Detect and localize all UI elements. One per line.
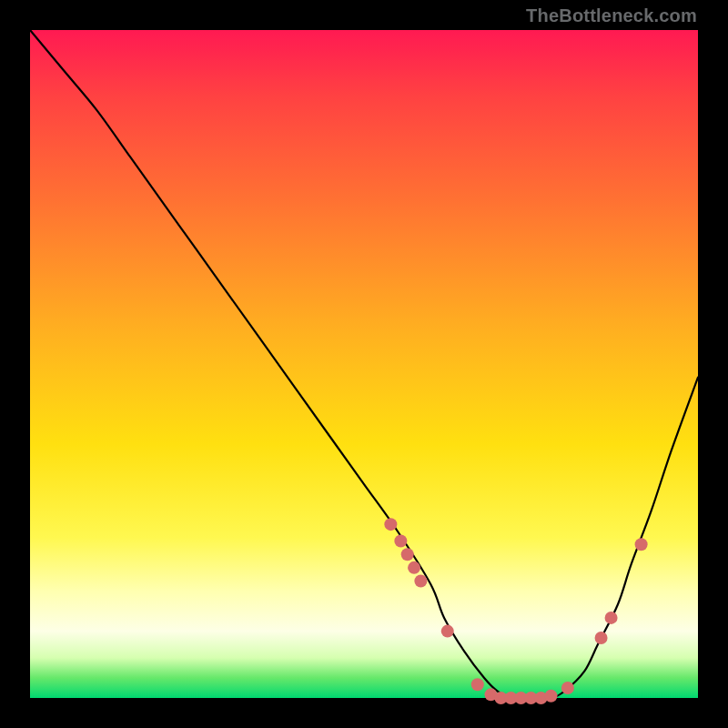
curve-marker — [384, 518, 397, 531]
curve-marker — [545, 690, 558, 703]
curve-marker — [471, 678, 484, 691]
chart-container: TheBottleneck.com — [0, 0, 728, 728]
curve-marker — [605, 612, 618, 624]
bottleneck-curve — [30, 30, 698, 699]
watermark-text: TheBottleneck.com — [526, 5, 697, 26]
curve-marker — [635, 538, 648, 551]
curve-svg — [30, 30, 698, 698]
curve-marker — [408, 561, 420, 574]
curve-marker — [414, 575, 427, 588]
curve-markers — [384, 518, 647, 704]
curve-marker — [394, 535, 407, 548]
curve-marker — [561, 682, 574, 694]
curve-marker — [595, 632, 608, 644]
curve-marker — [401, 548, 414, 561]
curve-marker — [441, 625, 454, 638]
